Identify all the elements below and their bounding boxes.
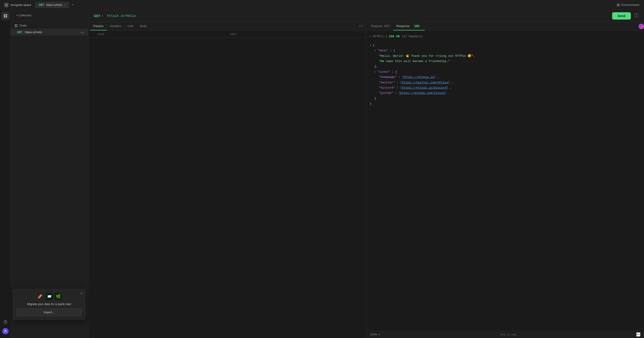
- status-expand-arrow[interactable]: ▶: [370, 35, 371, 38]
- tab-headers[interactable]: Headers: [107, 22, 124, 30]
- drafts-label: Drafts: [20, 24, 27, 27]
- format-label: JSON: [370, 333, 377, 336]
- toast-icons: 🚀 📨 🌿: [16, 293, 82, 300]
- json-key-links: "links": [378, 70, 390, 74]
- headers-count: (17 headers): [402, 34, 423, 39]
- svg-rect-7: [4, 14, 5, 16]
- response-body: ▶ HTTP/1.1 200 OK (17 headers) ▼ { ▼: [366, 31, 644, 331]
- drafts-grid-icon: [14, 24, 18, 27]
- toast-close-button[interactable]: ×: [80, 291, 82, 296]
- collection-header: + Collection: [11, 10, 88, 21]
- help-button[interactable]: [1, 318, 10, 326]
- workspace-button[interactable]: Incognito space: [2, 2, 34, 8]
- top-bar: Incognito space GET httpie.io/hello × + …: [0, 0, 644, 10]
- url-bar: GET ▼ Send: [88, 10, 644, 22]
- active-tab[interactable]: GET httpie.io/hello ×: [35, 2, 69, 8]
- request-list-item[interactable]: GET httpie.io/hello now: [11, 29, 88, 36]
- tab-url-label: httpie.io/hello: [46, 3, 62, 6]
- icon-sidebar-bottom: [1, 318, 10, 336]
- tab-auth[interactable]: Auth: [124, 22, 137, 30]
- icon-sidebar: [0, 10, 11, 338]
- json-ahoy-val-2: "We hope this will become a friendship.": [379, 59, 450, 63]
- tab-body[interactable]: Body: [137, 22, 150, 30]
- drafts-section: Drafts GET httpie.io/hello now: [11, 21, 88, 37]
- format-selector[interactable]: JSON ▼: [370, 333, 380, 336]
- main-layout: + Collection Drafts GET httpie.io/hello …: [0, 10, 644, 338]
- svg-rect-8: [6, 14, 7, 16]
- http-version: HTTP/1.1: [373, 34, 387, 39]
- params-table: name value: [88, 31, 366, 338]
- json-root-arrow[interactable]: ▼: [370, 44, 371, 47]
- more-options-button[interactable]: •••: [636, 332, 640, 337]
- request-method-badge: GET: [16, 31, 23, 34]
- environments-button[interactable]: Environments: [614, 2, 642, 8]
- tab-method-badge: GET: [38, 3, 45, 6]
- svg-rect-0: [5, 4, 6, 5]
- links-expand-arrow[interactable]: ▼: [374, 71, 376, 73]
- svg-point-4: [617, 4, 618, 4]
- svg-rect-15: [16, 24, 18, 25]
- response-view-tab[interactable]: Response 200: [393, 22, 425, 30]
- json-key-discord: "discord": [379, 86, 395, 90]
- ahoy-expand-arrow[interactable]: ▼: [374, 49, 376, 52]
- json-url-twitter[interactable]: "https://twitter.com/httpie": [400, 81, 450, 84]
- code-view-button[interactable]: [358, 23, 364, 30]
- toast-title: Migrate your data for a quick start: [16, 302, 82, 306]
- json-key-github: "github": [379, 91, 393, 95]
- svg-rect-10: [6, 16, 7, 17]
- request-panel: Params Headers Auth Body: [88, 22, 366, 338]
- http-status-code: 200: [389, 34, 394, 39]
- response-meta: 3KB, 1s, now: [500, 333, 516, 336]
- params-check-col: [92, 32, 98, 36]
- json-key-twitter: "twitter": [379, 81, 395, 84]
- toast-icon-1: 🚀: [36, 293, 44, 300]
- svg-rect-17: [16, 26, 18, 27]
- json-url-discord[interactable]: "https://httpie.io/discord": [400, 86, 448, 90]
- svg-rect-16: [15, 26, 16, 27]
- http-status-text: OK: [396, 34, 400, 39]
- svg-rect-9: [4, 16, 5, 17]
- json-key-ahoy: "ahoy": [378, 49, 388, 52]
- format-chevron-icon: ▼: [378, 333, 380, 336]
- json-links-close: }: [374, 97, 376, 100]
- tab-bar: GET httpie.io/hello × +: [35, 1, 614, 8]
- json-root-close: }: [370, 102, 372, 105]
- import-button[interactable]: Import...: [16, 309, 82, 316]
- response-panel: Request GET Response 200 ▶ HTTP/1.1 200 …: [366, 22, 644, 338]
- method-chevron-icon: ▼: [101, 15, 104, 17]
- add-collection-button[interactable]: + Collection: [14, 13, 33, 18]
- sidebar-icon-grid[interactable]: [1, 12, 10, 20]
- params-header-row: name value: [88, 31, 366, 38]
- request-view-tab[interactable]: Request GET: [368, 22, 393, 30]
- method-selector[interactable]: GET ▼: [92, 13, 105, 19]
- json-url-homepage[interactable]: "https://httpie.io": [402, 75, 436, 79]
- json-key-homepage: "homepage": [379, 75, 397, 79]
- toast-icon-3: 🌿: [54, 293, 62, 300]
- drafts-header[interactable]: Drafts: [11, 23, 88, 29]
- main-content: GET ▼ Send Params: [88, 10, 644, 338]
- layout-toggle-button[interactable]: [632, 12, 640, 19]
- status-badge: 200: [412, 24, 422, 28]
- response-tab-row: Request GET Response 200: [366, 22, 644, 31]
- url-input[interactable]: [107, 14, 610, 18]
- tab-params[interactable]: Params: [90, 22, 107, 30]
- svg-point-13: [5, 330, 6, 331]
- environments-label: Environments: [622, 3, 640, 6]
- http-status-line: ▶ HTTP/1.1 200 OK (17 headers): [370, 34, 640, 39]
- code-icon: [359, 24, 363, 28]
- svg-rect-14: [15, 24, 16, 25]
- environments-icon: [616, 3, 620, 7]
- layout-icon: [634, 13, 638, 17]
- json-links-open: : {: [392, 70, 397, 74]
- new-tab-button[interactable]: +: [70, 1, 76, 8]
- json-body: ▼ { ▼ "ahoy" : [ "Hello, World! 👋 Thank …: [370, 43, 640, 107]
- tab-close-button[interactable]: ×: [64, 3, 66, 6]
- svg-point-12: [5, 323, 6, 323]
- send-button[interactable]: Send: [612, 12, 631, 19]
- svg-point-5: [618, 4, 619, 5]
- user-avatar[interactable]: [2, 328, 9, 334]
- json-url-github[interactable]: "https://github.com/httpie": [398, 91, 446, 95]
- svg-rect-3: [6, 5, 8, 6]
- toast-notification: × 🚀 📨 🌿 Migrate your data for a quick st…: [13, 289, 86, 320]
- request-method-label: GET: [384, 24, 390, 28]
